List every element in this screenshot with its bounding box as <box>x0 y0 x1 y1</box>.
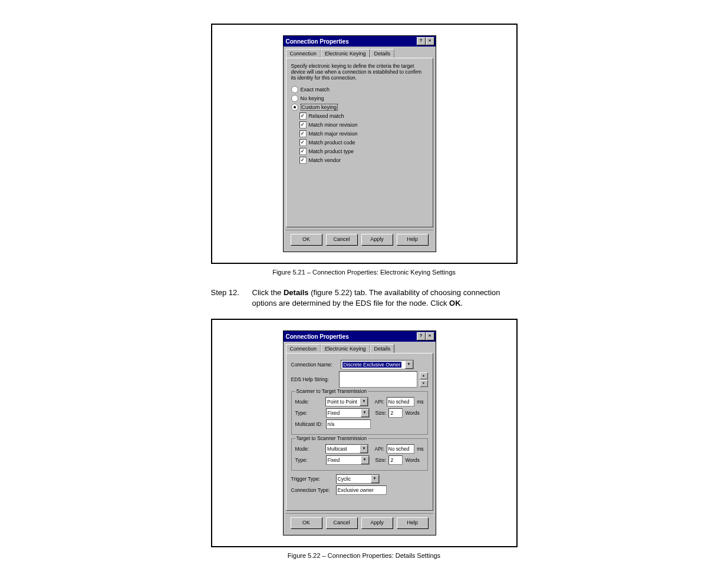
eds-scroll: ▲ ▼ <box>420 372 428 387</box>
trigger-type-combo[interactable]: Cyclic▼ <box>336 474 380 484</box>
t2s-api-field[interactable]: No sched <box>387 444 415 454</box>
size-unit: Words <box>405 410 419 416</box>
ok-button[interactable]: OK <box>291 517 322 529</box>
tab-connection[interactable]: Connection <box>286 49 321 58</box>
help-button[interactable]: Help <box>397 234 429 246</box>
radio-label: Custom keying <box>301 104 338 111</box>
checkbox-icon: ✓ <box>299 148 307 155</box>
step-label: Step 12. <box>211 287 246 308</box>
tab-details[interactable]: Details <box>370 49 395 58</box>
titlebar-buttons: ? × <box>417 332 434 340</box>
radio-label: Exact match <box>301 87 330 92</box>
apply-button[interactable]: Apply <box>361 234 393 246</box>
eds-help-label: EDS Help String: <box>291 376 337 382</box>
size-label: Size: <box>375 410 387 416</box>
check-match-vendor[interactable]: ✓ Match vendor <box>299 157 428 164</box>
radio-icon <box>291 95 298 102</box>
connection-name-row: Connection Name: Discrete Exclusive Owne… <box>291 360 428 369</box>
help-icon[interactable]: ? <box>417 37 426 45</box>
apply-button[interactable]: Apply <box>361 517 393 529</box>
mode-label: Mode: <box>295 399 324 405</box>
chevron-down-icon: ▼ <box>405 361 413 369</box>
scanner-to-target-group: Scanner to Target Transmission Mode: Poi… <box>291 391 428 435</box>
connection-name-label: Connection Name: <box>291 362 338 368</box>
keying-instructions: Specify electronic keying to define the … <box>291 63 428 81</box>
chevron-down-icon: ▼ <box>361 456 369 464</box>
type-label: Type: <box>295 410 324 416</box>
dialog-button-row: OK Cancel Apply Help <box>286 230 433 249</box>
radio-custom-keying[interactable]: Custom keying <box>291 104 428 111</box>
scroll-up-icon[interactable]: ▲ <box>420 372 428 379</box>
target-to-scanner-group: Target to Scanner Transmission Mode: Mul… <box>291 438 428 471</box>
check-label: Match product type <box>309 148 354 154</box>
help-button[interactable]: Help <box>397 517 429 529</box>
s2t-mode-combo[interactable]: Point to Point▼ <box>325 397 368 406</box>
close-icon[interactable]: × <box>426 332 434 340</box>
t2s-mode-combo[interactable]: Multicast▼ <box>325 444 368 454</box>
tab-electronic-keying[interactable]: Electronic Keying <box>321 49 370 58</box>
type-label: Type: <box>295 457 324 463</box>
check-match-minor[interactable]: ✓ Match minor revision <box>299 121 428 128</box>
t2s-mode-row: Mode: Multicast▼ API: No sched ms <box>295 444 424 454</box>
connection-name-value: Discrete Exclusive Owner <box>342 362 402 368</box>
s2t-multicast-field[interactable]: n/a <box>326 419 371 429</box>
s2t-type-row: Type: Fixed▼ Size: 2 Words <box>295 408 424 418</box>
check-match-product-code[interactable]: ✓ Match product code <box>299 139 428 146</box>
tab-electronic-keying[interactable]: Electronic Keying <box>321 344 370 353</box>
t2s-type-combo[interactable]: Fixed▼ <box>326 455 370 465</box>
tab-details[interactable]: Details <box>370 344 395 353</box>
tab-connection[interactable]: Connection <box>286 344 321 353</box>
connection-type-label: Connection Type: <box>291 487 334 493</box>
check-match-major[interactable]: ✓ Match major revision <box>299 130 428 137</box>
dialog-details: Connection Properties ? × Connection Ele… <box>283 330 436 535</box>
cancel-button[interactable]: Cancel <box>326 517 358 529</box>
dialog-titlebar: Connection Properties ? × <box>284 331 436 342</box>
trigger-type-row: Trigger Type: Cyclic▼ <box>291 474 428 484</box>
ok-button[interactable]: OK <box>291 234 322 246</box>
s2t-size-field[interactable]: 2 <box>388 408 403 418</box>
checkbox-icon: ✓ <box>299 139 307 146</box>
group-legend: Target to Scanner Transmission <box>295 435 368 441</box>
tab-row: Connection Electronic Keying Details <box>286 344 433 353</box>
figure-5-22-caption: Figure 5.22 – Connection Properties: Det… <box>211 552 518 559</box>
figure-5-22: Connection Properties ? × Connection Ele… <box>211 319 518 547</box>
connection-name-combo[interactable]: Discrete Exclusive Owner ▼ <box>341 360 414 369</box>
eds-help-text[interactable] <box>339 371 417 388</box>
help-icon[interactable]: ? <box>417 332 426 340</box>
t2s-size-field[interactable]: 2 <box>388 455 403 465</box>
radio-no-keying[interactable]: No keying <box>291 95 428 102</box>
check-relaxed-match[interactable]: ✓ Relaxed match <box>299 113 428 120</box>
radio-label: No keying <box>301 95 324 101</box>
close-icon[interactable]: × <box>426 37 434 45</box>
size-label: Size: <box>375 457 387 463</box>
radio-exact-match[interactable]: Exact match <box>291 86 428 93</box>
cancel-button[interactable]: Cancel <box>326 234 358 246</box>
eds-help-row: EDS Help String: ▲ ▼ <box>291 371 428 388</box>
dialog-titlebar: Connection Properties ? × <box>284 36 436 47</box>
titlebar-buttons: ? × <box>417 37 434 45</box>
size-unit: Words <box>405 457 419 463</box>
chevron-down-icon: ▼ <box>371 475 379 483</box>
connection-type-field[interactable]: Exclusive owner <box>336 485 387 495</box>
check-match-product-type[interactable]: ✓ Match product type <box>299 148 428 155</box>
figure-5-21-caption: Figure 5.21 – Connection Properties: Ele… <box>211 269 518 276</box>
step-body: Click the Details (figure 5.22) tab. The… <box>252 287 518 308</box>
check-label: Match minor revision <box>309 122 358 128</box>
s2t-multicast-row: Multicast ID: n/a <box>295 419 424 429</box>
check-label: Match major revision <box>309 131 358 137</box>
tab-panel-details: Connection Name: Discrete Exclusive Owne… <box>286 353 433 511</box>
scroll-down-icon[interactable]: ▼ <box>420 380 428 387</box>
checkbox-icon: ✓ <box>299 113 307 120</box>
api-unit: ms <box>417 399 423 405</box>
radio-icon <box>291 86 298 93</box>
dialog-title: Connection Properties <box>286 333 349 340</box>
s2t-api-field[interactable]: No sched <box>387 397 415 406</box>
radio-icon <box>291 104 298 111</box>
dialog-button-row: OK Cancel Apply Help <box>286 513 433 533</box>
s2t-type-combo[interactable]: Fixed▼ <box>326 408 370 418</box>
dialog-title: Connection Properties <box>286 38 349 45</box>
api-unit: ms <box>417 446 423 452</box>
check-label: Relaxed match <box>309 113 344 119</box>
connection-type-row: Connection Type: Exclusive owner <box>291 485 428 495</box>
t2s-type-row: Type: Fixed▼ Size: 2 Words <box>295 455 424 465</box>
